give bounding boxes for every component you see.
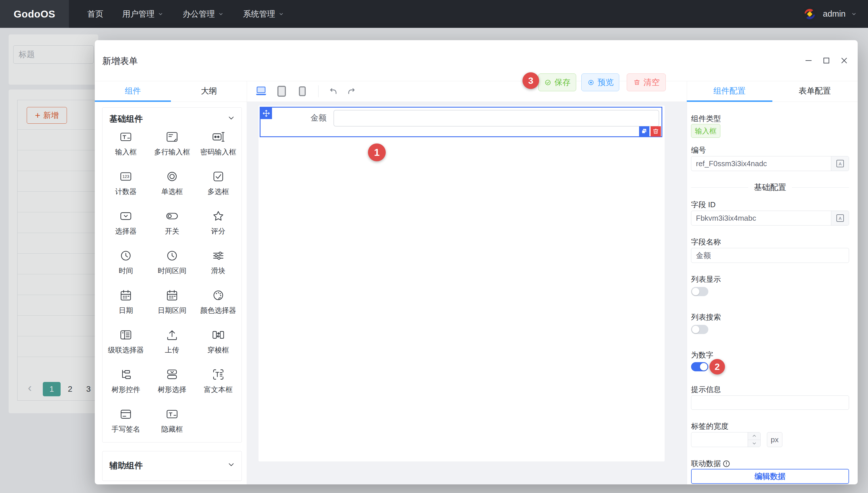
- component-item[interactable]: 手写签名: [103, 401, 149, 441]
- ref-rename-button[interactable]: A: [831, 156, 849, 171]
- basic-config-divider: 基础配置: [691, 183, 849, 192]
- tab-outline[interactable]: 大纲: [171, 81, 247, 102]
- component-item[interactable]: 树形控件: [103, 361, 149, 401]
- component-item[interactable]: 输入框: [103, 124, 149, 163]
- time-range-icon: [165, 249, 179, 262]
- color-picker-icon: [212, 289, 225, 302]
- list-display-label: 列表显示: [691, 274, 721, 284]
- svg-text:A: A: [839, 161, 841, 166]
- password-icon: [212, 130, 225, 144]
- upload-icon: [165, 328, 179, 342]
- chevron-down-icon: [278, 11, 284, 17]
- list-display-toggle[interactable]: [691, 287, 708, 296]
- nav-item[interactable]: 首页: [87, 8, 103, 20]
- component-item[interactable]: 富文本框: [195, 361, 241, 401]
- edit-data-button[interactable]: 编辑数据: [691, 469, 849, 484]
- component-item[interactable]: 选择器: [103, 203, 149, 242]
- field-label: 金额: [284, 113, 327, 123]
- chevron-down-icon[interactable]: [227, 114, 235, 122]
- is-number-toggle[interactable]: [691, 362, 708, 371]
- step-up-icon[interactable]: [748, 432, 760, 440]
- signature-icon: [119, 407, 132, 421]
- component-item[interactable]: 级联选择器: [103, 322, 149, 361]
- component-type-tag: 输入框: [691, 124, 720, 138]
- close-button[interactable]: [839, 56, 849, 65]
- selected-component[interactable]: 金额: [260, 107, 662, 137]
- component-item[interactable]: 日期: [103, 282, 149, 322]
- component-item[interactable]: 开关: [149, 203, 195, 242]
- list-search-toggle[interactable]: [691, 325, 708, 334]
- redo-button[interactable]: [346, 86, 357, 97]
- component-item[interactable]: 颜色选择器: [195, 282, 241, 322]
- linkage-label: 联动数据: [691, 458, 730, 469]
- new-form-dialog: 新增表单 组件 大纲 基础组件 输入框 多行输入框 密码输入框: [95, 40, 857, 485]
- field-id-rename-button[interactable]: A: [831, 211, 849, 225]
- component-item[interactable]: 日期区间: [149, 282, 195, 322]
- component-item[interactable]: 滑块: [195, 242, 241, 282]
- chevron-down-icon[interactable]: [227, 460, 235, 469]
- svg-text:123: 123: [122, 174, 129, 179]
- component-item[interactable]: 评分: [195, 203, 241, 242]
- component-item[interactable]: 密码输入框: [195, 124, 241, 163]
- amount-input[interactable]: [333, 110, 659, 127]
- component-item[interactable]: 穿梭框: [195, 322, 241, 361]
- tip-input-field[interactable]: [691, 396, 849, 409]
- cascader-icon: [119, 328, 132, 342]
- auxiliary-components-section: 辅助组件: [102, 451, 242, 481]
- tab-component-config[interactable]: 组件配置: [687, 81, 772, 102]
- trash-icon: [652, 128, 660, 135]
- field-id-input-field[interactable]: [691, 211, 831, 225]
- label-width-input-field[interactable]: [691, 432, 748, 447]
- step-down-icon[interactable]: [748, 440, 760, 447]
- section-title: 基础组件: [109, 113, 143, 125]
- undo-button[interactable]: [328, 86, 339, 97]
- component-item[interactable]: 123 计数器: [103, 163, 149, 203]
- radio-icon: [165, 170, 179, 183]
- svg-text:A: A: [839, 216, 841, 221]
- preview-button[interactable]: 预览: [581, 73, 619, 91]
- nav-item[interactable]: 系统管理: [243, 8, 284, 20]
- field-id-input: A: [691, 211, 849, 226]
- annotation-badge-3: 3: [522, 72, 539, 89]
- desktop-view-button[interactable]: [254, 85, 268, 98]
- tip-label: 提示信息: [691, 385, 721, 394]
- is-number-label: 为数字: [691, 350, 714, 360]
- component-item[interactable]: 时间: [103, 242, 149, 282]
- drag-handle[interactable]: [261, 108, 272, 119]
- user-menu[interactable]: admin: [802, 6, 857, 22]
- input-icon: [119, 130, 132, 144]
- maximize-button[interactable]: [822, 56, 831, 65]
- transfer-icon: [212, 328, 225, 342]
- active-tab-underline: [95, 101, 171, 102]
- letter-a-icon: A: [836, 159, 844, 168]
- ref-input-field[interactable]: [691, 156, 831, 171]
- component-item[interactable]: 多行输入框: [149, 124, 195, 163]
- field-name-input-field[interactable]: [691, 248, 849, 262]
- tab-components[interactable]: 组件: [95, 81, 171, 102]
- mobile-view-button[interactable]: [296, 85, 309, 98]
- tab-form-config[interactable]: 表单配置: [772, 81, 857, 102]
- dialog-title: 新增表单: [102, 55, 138, 67]
- component-item[interactable]: 上传: [149, 322, 195, 361]
- copy-icon: [641, 128, 648, 135]
- component-item[interactable]: 单选框: [149, 163, 195, 203]
- nav-item[interactable]: 办公管理: [183, 8, 224, 20]
- form-canvas: 金额: [259, 106, 665, 462]
- component-item[interactable]: 时间区间: [149, 242, 195, 282]
- rate-icon: [212, 210, 225, 223]
- clear-button[interactable]: 清空: [627, 73, 666, 91]
- counter-icon: 123: [119, 170, 132, 183]
- ref-label: 编号: [691, 145, 706, 155]
- save-button[interactable]: 保存: [538, 73, 576, 91]
- check-circle-icon: [544, 79, 552, 86]
- trash-icon: [633, 79, 641, 86]
- switch-icon: [165, 210, 179, 223]
- copy-component-button[interactable]: [639, 126, 649, 136]
- tablet-view-button[interactable]: [275, 85, 288, 98]
- nav-item[interactable]: 用户管理: [122, 8, 164, 20]
- component-item[interactable]: 隐藏框: [149, 401, 195, 441]
- component-item[interactable]: 多选框: [195, 163, 241, 203]
- delete-component-button[interactable]: [650, 126, 661, 136]
- minimize-button[interactable]: [804, 56, 813, 65]
- component-item[interactable]: 树形选择: [149, 361, 195, 401]
